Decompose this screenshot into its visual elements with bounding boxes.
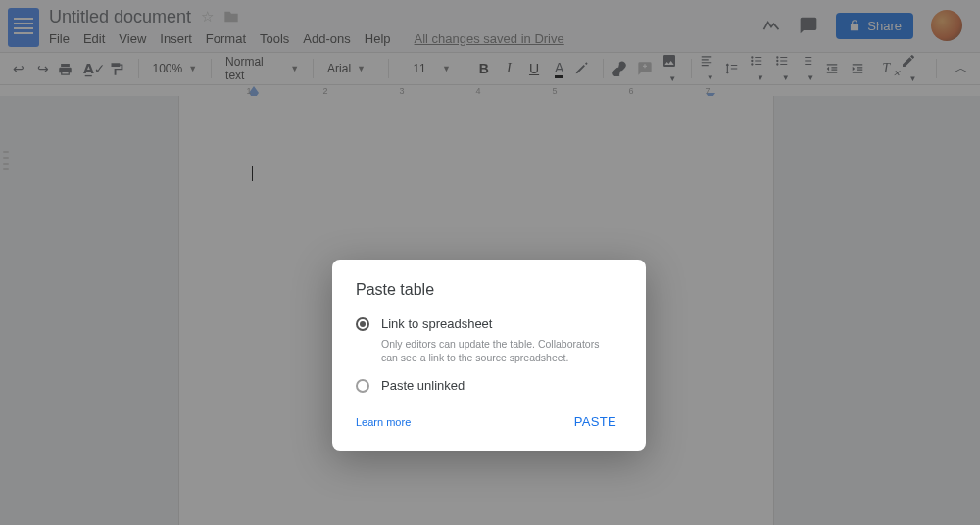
paste-table-dialog: Paste table Link to spreadsheet Only edi… [332, 260, 646, 451]
radio-icon [356, 317, 369, 331]
radio-description: Only editors can update the table. Colla… [381, 337, 616, 364]
radio-link-to-spreadsheet[interactable]: Link to spreadsheet [356, 316, 622, 331]
dialog-title: Paste table [356, 281, 622, 299]
paste-button[interactable]: PASTE [568, 408, 622, 435]
radio-label: Paste unlinked [381, 378, 465, 393]
radio-icon [356, 379, 369, 393]
learn-more-link[interactable]: Learn more [356, 416, 411, 428]
radio-paste-unlinked[interactable]: Paste unlinked [356, 378, 622, 393]
radio-label: Link to spreadsheet [381, 316, 492, 331]
